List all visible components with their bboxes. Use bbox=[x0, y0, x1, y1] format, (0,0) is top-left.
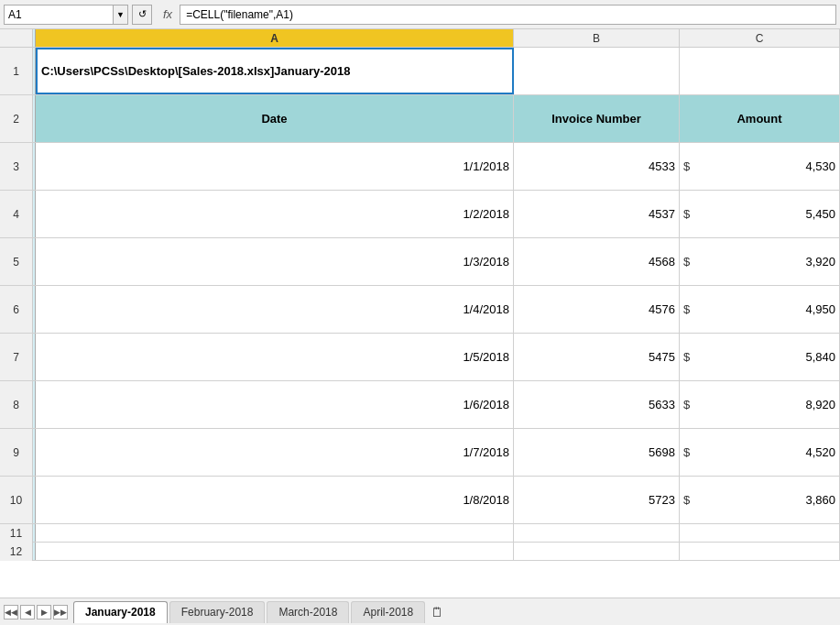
tab-january[interactable]: January-2018 bbox=[73, 601, 168, 623]
table-row: 9 1/7/2018 5698 $ 4,520 bbox=[0, 429, 840, 477]
cell-c3[interactable]: $ 4,530 bbox=[680, 143, 840, 190]
row-number: 10 bbox=[0, 477, 33, 523]
cell-c4[interactable]: $ 5,450 bbox=[680, 191, 840, 237]
cell-c2[interactable]: Amount bbox=[680, 95, 840, 142]
cell-a9[interactable]: 1/7/2018 bbox=[36, 429, 514, 476]
row-number: 7 bbox=[0, 334, 33, 380]
row-number: 8 bbox=[0, 381, 33, 428]
cell-b1[interactable] bbox=[514, 48, 680, 94]
table-row: 4 1/2/2018 4537 $ 5,450 bbox=[0, 191, 840, 238]
cell-a5[interactable]: 1/3/2018 bbox=[36, 238, 514, 285]
name-box-dropdown[interactable]: ▼ bbox=[114, 5, 128, 25]
table-row: 5 1/3/2018 4568 $ 3,920 bbox=[0, 238, 840, 286]
col-header-b[interactable]: B bbox=[514, 29, 680, 47]
cell-b9[interactable]: 5698 bbox=[514, 429, 680, 476]
tab-prev-button[interactable]: ◀ bbox=[20, 605, 35, 620]
cell-c10[interactable]: $ 3,860 bbox=[680, 477, 840, 523]
cell-a2[interactable]: Date bbox=[36, 95, 514, 142]
row-number: 12 bbox=[0, 543, 33, 561]
sheet-row-empty: 12 bbox=[0, 543, 840, 561]
cell-a10[interactable]: 1/8/2018 bbox=[36, 477, 514, 523]
cell-a12[interactable] bbox=[36, 543, 514, 561]
cell-a3[interactable]: 1/1/2018 bbox=[36, 143, 514, 190]
tab-first-button[interactable]: ◀◀ bbox=[4, 605, 18, 620]
col-header-c[interactable]: C bbox=[680, 29, 840, 47]
name-box[interactable]: A1 bbox=[4, 5, 114, 25]
cell-b3[interactable]: 4533 bbox=[514, 143, 680, 190]
tab-add-button[interactable]: 🗒 bbox=[429, 604, 445, 620]
sheet-row-header: 2 Date Invoice Number Amount bbox=[0, 95, 840, 143]
cell-a1[interactable]: C:\Users\PCSs\Desktop\[Sales-2018.xlsx]J… bbox=[36, 48, 514, 94]
cell-b8[interactable]: 5633 bbox=[514, 381, 680, 428]
cell-b6[interactable]: 4576 bbox=[514, 286, 680, 333]
fx-label: fx bbox=[163, 7, 172, 21]
cell-a4[interactable]: 1/2/2018 bbox=[36, 191, 514, 237]
cell-c12[interactable] bbox=[680, 543, 840, 561]
cell-c9[interactable]: $ 4,520 bbox=[680, 429, 840, 476]
cell-b2[interactable]: Invoice Number bbox=[514, 95, 680, 142]
table-row: 7 1/5/2018 5475 $ 5,840 bbox=[0, 334, 840, 381]
row-number: 6 bbox=[0, 286, 33, 333]
table-row: 6 1/4/2018 4576 $ 4,950 bbox=[0, 286, 840, 334]
spreadsheet: A B C 1 C:\Users\PCSs\Desktop\[Sales-201… bbox=[0, 29, 840, 598]
table-row: 10 1/8/2018 5723 $ 3,860 bbox=[0, 477, 840, 524]
cell-b7[interactable]: 5475 bbox=[514, 334, 680, 380]
cell-a11[interactable] bbox=[36, 524, 514, 543]
sheet-body: 1 C:\Users\PCSs\Desktop\[Sales-2018.xlsx… bbox=[0, 48, 840, 598]
cell-c5[interactable]: $ 3,920 bbox=[680, 238, 840, 285]
row-number: 9 bbox=[0, 429, 33, 476]
row-number: 5 bbox=[0, 238, 33, 285]
tab-april[interactable]: April-2018 bbox=[351, 601, 425, 623]
cell-c11[interactable] bbox=[680, 524, 840, 543]
row-number: 2 bbox=[0, 95, 33, 142]
formula-input[interactable]: =CELL("filename",A1) bbox=[180, 5, 836, 25]
cell-c8[interactable]: $ 8,920 bbox=[680, 381, 840, 428]
column-headers: A B C bbox=[0, 29, 840, 48]
tab-march[interactable]: March-2018 bbox=[267, 601, 349, 623]
tab-last-button[interactable]: ▶▶ bbox=[53, 605, 68, 620]
refresh-button[interactable]: ↺ bbox=[132, 5, 152, 25]
cell-b4[interactable]: 4537 bbox=[514, 191, 680, 237]
cell-b5[interactable]: 4568 bbox=[514, 238, 680, 285]
tab-navigation: ◀◀ ◀ ▶ ▶▶ bbox=[4, 605, 68, 620]
tab-february[interactable]: February-2018 bbox=[169, 601, 266, 623]
cell-c1[interactable] bbox=[680, 48, 840, 94]
sheet-row: 1 C:\Users\PCSs\Desktop\[Sales-2018.xlsx… bbox=[0, 48, 840, 95]
cell-a6[interactable]: 1/4/2018 bbox=[36, 286, 514, 333]
cell-b11[interactable] bbox=[514, 524, 680, 543]
row-number: 1 bbox=[0, 48, 33, 94]
table-row: 8 1/6/2018 5633 $ 8,920 bbox=[0, 381, 840, 429]
cell-c6[interactable]: $ 4,950 bbox=[680, 286, 840, 333]
row-number: 11 bbox=[0, 524, 33, 543]
tab-next-button[interactable]: ▶ bbox=[37, 605, 51, 620]
formula-bar-area: A1 ▼ ↺ fx =CELL("filename",A1) bbox=[0, 0, 840, 29]
name-box-value: A1 bbox=[8, 8, 22, 21]
cell-b12[interactable] bbox=[514, 543, 680, 561]
col-header-a[interactable]: A bbox=[36, 29, 514, 47]
cell-c7[interactable]: $ 5,840 bbox=[680, 334, 840, 380]
row-num-header bbox=[0, 29, 33, 47]
row-number: 4 bbox=[0, 191, 33, 237]
sheet-row-empty: 11 bbox=[0, 524, 840, 543]
cell-a8[interactable]: 1/6/2018 bbox=[36, 381, 514, 428]
cell-a7[interactable]: 1/5/2018 bbox=[36, 334, 514, 380]
cell-b10[interactable]: 5723 bbox=[514, 477, 680, 523]
table-row: 3 1/1/2018 4533 $ 4,530 bbox=[0, 143, 840, 191]
tab-bar: ◀◀ ◀ ▶ ▶▶ January-2018 February-2018 Mar… bbox=[0, 598, 840, 625]
row-number: 3 bbox=[0, 143, 33, 190]
